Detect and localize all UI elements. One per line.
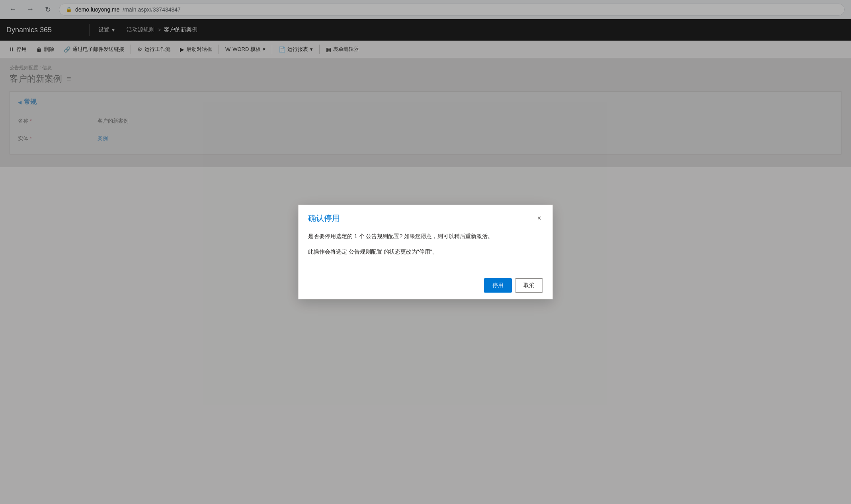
modal-overlay: 确认停用 × 是否要停用选定的 1 个 公告规则配置? 如果您愿意，则可以稍后重… [0,0,851,167]
